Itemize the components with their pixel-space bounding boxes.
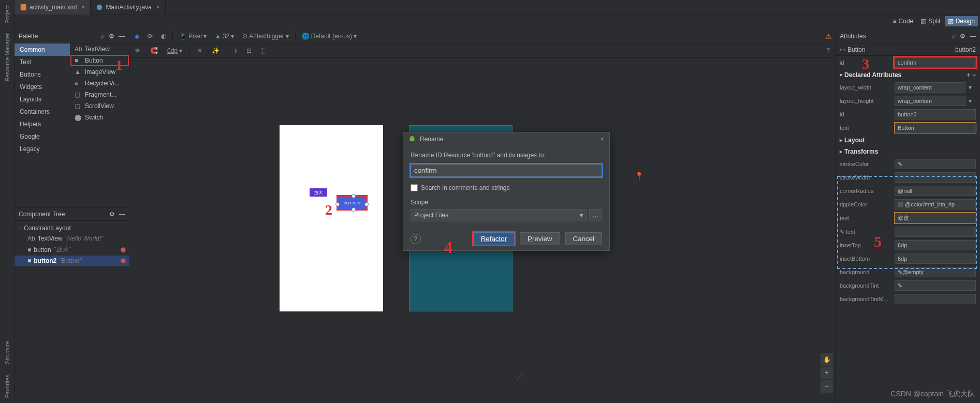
layout-width-field[interactable]: wrap_content — [895, 82, 966, 93]
backgroundtint-field[interactable]: ✎ — [895, 280, 976, 291]
cat-layouts[interactable]: Layouts — [14, 93, 70, 106]
dialog-titlebar[interactable]: Rename × — [403, 132, 609, 146]
cat-buttons[interactable]: Buttons — [14, 68, 70, 81]
tab-main-activity[interactable]: MainActivity.java × — [91, 0, 166, 14]
cat-text[interactable]: Text — [14, 56, 70, 68]
zoom-in-button[interactable]: + — [821, 367, 833, 379]
text-field[interactable]: 修改 — [895, 213, 976, 223]
widget-fragment[interactable]: ▢Fragment... — [70, 89, 129, 100]
preview-button-selected[interactable]: BUTTON — [337, 195, 368, 211]
help-icon[interactable]: ? — [411, 234, 421, 244]
cat-legacy[interactable]: Legacy — [14, 143, 70, 155]
margin-select[interactable]: 0dp ▾ — [165, 46, 184, 55]
checkbox[interactable] — [411, 184, 418, 191]
cat-google[interactable]: Google — [14, 130, 70, 143]
tree-item-textview[interactable]: Ab TextView "Hello World!" — [14, 233, 129, 244]
tree-item-button[interactable]: ■ button "放大" — [14, 244, 129, 256]
rail-favorites[interactable]: Favorites — [2, 369, 12, 403]
clear-constraints-icon[interactable]: ✕ — [195, 46, 204, 55]
scope-more-button[interactable]: … — [589, 209, 602, 221]
tree-item-button2[interactable]: ■ button2 "Button" — [14, 256, 129, 266]
api-select[interactable]: ▲ 32 ▾ — [213, 32, 236, 41]
search-icon[interactable]: ⌕ — [952, 33, 956, 40]
device-select[interactable]: 📱 Pixel ▾ — [177, 32, 209, 41]
design-mode[interactable]: ▨Design — [945, 16, 978, 26]
declared-id-field[interactable]: button2 — [895, 109, 976, 120]
eye-icon[interactable]: 👁 — [133, 46, 143, 55]
strokewidth-field[interactable] — [895, 172, 976, 183]
cat-widgets[interactable]: Widgets — [14, 81, 70, 93]
design-text-field[interactable] — [895, 227, 976, 237]
align-icon[interactable]: ⫴ — [232, 46, 239, 55]
backgroundtintmode-field[interactable] — [895, 294, 976, 304]
theme-select[interactable]: ⊙ A2textbigger ▾ — [240, 32, 290, 41]
strokecolor-field[interactable]: ✎ — [895, 159, 976, 169]
id-field[interactable]: confirm — [895, 57, 976, 68]
tab-activity-main[interactable]: activity_main.xml × — [14, 0, 91, 14]
add-icon[interactable]: + — [967, 71, 970, 79]
design-surface-icon[interactable]: ◆ — [133, 32, 141, 41]
night-mode-icon[interactable]: ◐ — [159, 32, 168, 41]
scope-select[interactable]: Project Files▾ — [411, 209, 587, 221]
guideline-icon[interactable]: ⌶ — [259, 46, 267, 55]
insetbottom-field[interactable]: 6dp — [895, 253, 976, 264]
cornerradius-field[interactable]: @null — [895, 186, 976, 196]
pan-icon[interactable]: ✋ — [821, 353, 833, 366]
close-icon[interactable]: × — [156, 4, 160, 11]
close-icon[interactable]: × — [81, 4, 85, 11]
device-preview[interactable]: 放大 BUTTON — [280, 125, 383, 311]
android-icon: ▲ — [215, 33, 221, 40]
gear-icon[interactable]: ⚙ — [109, 33, 114, 40]
remove-icon[interactable]: − — [972, 71, 976, 79]
cat-helpers[interactable]: Helpers — [14, 118, 70, 130]
locale-select[interactable]: 🌐 Default (en-us) ▾ — [300, 32, 359, 41]
declared-text-field[interactable]: Button — [895, 123, 976, 133]
insettop-field[interactable]: 6dp — [895, 240, 976, 250]
declared-attributes-section[interactable]: ▾ Declared Attributes +− — [836, 69, 980, 81]
gear-icon[interactable]: ⚙ — [960, 33, 966, 40]
infer-constraints-icon[interactable]: ✨ — [210, 46, 222, 55]
attr-layout-height: layout_height wrap_content ▾ — [836, 94, 980, 108]
code-mode[interactable]: ≡Code — [890, 16, 917, 26]
transforms-section[interactable]: ▸ Transforms — [836, 146, 980, 157]
gear-icon[interactable]: ⚙ — [109, 211, 115, 218]
orientation-icon[interactable]: ⟳ — [145, 32, 155, 41]
minimize-icon[interactable]: — — [970, 33, 976, 40]
tree-root[interactable]: ⎓ ConstraintLayout — [14, 223, 129, 233]
widget-switch[interactable]: ⬤Switch — [70, 112, 129, 123]
close-icon[interactable]: × — [601, 136, 604, 143]
rail-resource-manager[interactable]: Resource Manager — [2, 28, 12, 87]
layout-section[interactable]: ▸ Layout — [836, 135, 980, 146]
zoom-out-button[interactable]: − — [821, 380, 833, 393]
rail-structure[interactable]: Structure — [2, 336, 12, 369]
magnet-icon[interactable]: 🧲 — [148, 46, 160, 55]
layout-height-field[interactable]: wrap_content — [895, 96, 966, 106]
cat-containers[interactable]: Containers — [14, 106, 70, 118]
rail-project[interactable]: Project — [2, 0, 12, 28]
minimize-icon[interactable]: — — [119, 33, 125, 40]
search-comments-checkbox[interactable]: Search in comments and strings — [411, 184, 602, 191]
background-field[interactable]: ✎ @empty — [895, 267, 976, 277]
preview-button-1[interactable]: 放大 — [310, 188, 327, 197]
refactor-button[interactable]: Refactor — [473, 232, 515, 245]
resize-grip[interactable]: ⋰ — [517, 374, 523, 381]
ripplecolor-field[interactable]: @color/mtrl_btn_rip — [895, 199, 976, 210]
cancel-button[interactable]: Cancel — [565, 232, 603, 245]
zoom-controls: ✋ + − — [821, 353, 833, 393]
component-tree-title: Component Tree — [19, 211, 65, 218]
pack-icon[interactable]: ⊟ — [244, 46, 254, 55]
widget-recyclerview[interactable]: ≡RecyclerVi... — [70, 78, 129, 89]
chevron-down-icon[interactable]: ▾ — [969, 84, 976, 91]
chevron-down-icon[interactable]: ▾ — [969, 97, 976, 105]
split-mode[interactable]: ▥Split — [917, 16, 943, 26]
eyedropper-icon: ✎ — [898, 161, 902, 168]
preview-button[interactable]: Preview — [520, 232, 560, 245]
minimize-icon[interactable]: — — [119, 211, 125, 218]
cat-common[interactable]: Common — [14, 43, 70, 56]
rename-input[interactable] — [411, 164, 602, 177]
widget-textview[interactable]: AbTextView — [70, 43, 129, 55]
search-icon[interactable]: ⌕ — [101, 33, 105, 40]
warning-icon[interactable]: ⚠ — [825, 32, 832, 40]
widget-scrollview[interactable]: ▢ScrollView — [70, 100, 129, 112]
help-icon[interactable]: ? — [824, 46, 832, 55]
